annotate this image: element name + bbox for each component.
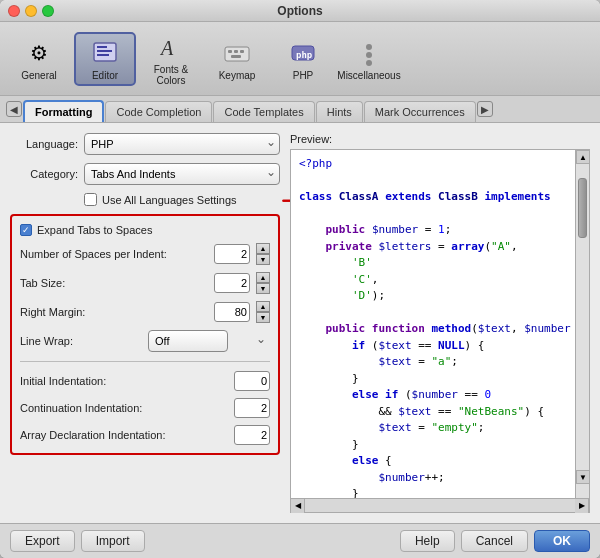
- scroll-thumb[interactable]: [578, 178, 587, 238]
- horizontal-scrollbar[interactable]: ◀ ▶: [290, 499, 590, 513]
- tab-size-input[interactable]: [214, 273, 250, 293]
- keymap-icon: [221, 37, 253, 69]
- code-line-blank2: [299, 206, 567, 223]
- language-label: Language:: [10, 138, 78, 150]
- array-declaration-label: Array Declaration Indentation:: [20, 429, 228, 441]
- code-line-17: $number++;: [299, 470, 567, 487]
- spaces-per-indent-input[interactable]: [214, 244, 250, 264]
- code-line-18: }: [299, 486, 567, 499]
- right-panel: Preview: <?php class ClassA extends Clas…: [290, 133, 590, 513]
- array-declaration-row: Array Declaration Indentation:: [20, 425, 270, 445]
- scroll-left-button[interactable]: ◀: [291, 499, 305, 513]
- tab-code-templates[interactable]: Code Templates: [213, 101, 314, 122]
- scroll-right-button[interactable]: ▶: [575, 499, 589, 513]
- preview-container: <?php class ClassA extends ClassB implem…: [290, 149, 590, 499]
- code-line-blank: [299, 173, 567, 190]
- ok-button[interactable]: OK: [534, 530, 590, 552]
- code-line-12: else if ($number == 0: [299, 387, 567, 404]
- language-select[interactable]: PHP: [84, 133, 280, 155]
- scroll-down-button[interactable]: ▼: [576, 470, 590, 484]
- spaces-per-indent-down[interactable]: ▼: [256, 254, 270, 265]
- toolbar-misc[interactable]: Miscellaneous: [338, 34, 400, 84]
- svg-rect-8: [240, 50, 244, 53]
- code-line-14: $text = "empty";: [299, 420, 567, 437]
- title-bar: Options: [0, 0, 600, 22]
- continuation-indentation-row: Continuation Indentation:: [20, 398, 270, 418]
- right-margin-down[interactable]: ▼: [256, 312, 270, 323]
- svg-text:php: php: [296, 50, 313, 60]
- initial-indentation-input[interactable]: [234, 371, 270, 391]
- main-content: Language: PHP Category: Tabs And Indents: [0, 123, 600, 523]
- import-button[interactable]: Import: [81, 530, 145, 552]
- use-all-languages-checkbox[interactable]: [84, 193, 97, 206]
- initial-indentation-row: Initial Indentation:: [20, 371, 270, 391]
- tab-next-arrow[interactable]: ▶: [477, 101, 493, 117]
- code-line-7: 'D');: [299, 288, 567, 305]
- spaces-per-indent-spinner: ▲ ▼: [256, 243, 270, 265]
- code-line-11: }: [299, 371, 567, 388]
- svg-rect-3: [97, 54, 109, 56]
- svg-rect-6: [228, 50, 232, 53]
- expand-tabs-label: Expand Tabs to Spaces: [37, 224, 152, 236]
- tab-mark-occurrences[interactable]: Mark Occurrences: [364, 101, 476, 122]
- export-button[interactable]: Export: [10, 530, 75, 552]
- svg-point-12: [366, 44, 372, 50]
- separator: [20, 361, 270, 362]
- right-margin-input[interactable]: [214, 302, 250, 322]
- tab-size-down[interactable]: ▼: [256, 283, 270, 294]
- line-wrap-label: Line Wrap:: [20, 335, 142, 347]
- svg-rect-7: [234, 50, 238, 53]
- line-wrap-select-wrapper: Off On: [148, 330, 270, 352]
- right-margin-up[interactable]: ▲: [256, 301, 270, 312]
- tab-size-up[interactable]: ▲: [256, 272, 270, 283]
- maximize-button[interactable]: [42, 5, 54, 17]
- cancel-button[interactable]: Cancel: [461, 530, 528, 552]
- array-declaration-input[interactable]: [234, 425, 270, 445]
- code-line-9: if ($text == NULL) {: [299, 338, 567, 355]
- tab-code-completion[interactable]: Code Completion: [105, 101, 212, 122]
- help-button[interactable]: Help: [400, 530, 455, 552]
- spaces-per-indent-label: Number of Spaces per Indent:: [20, 248, 208, 260]
- toolbar-fonts[interactable]: A Fonts & Colors: [140, 28, 202, 89]
- code-line-5: 'B': [299, 255, 567, 272]
- toolbar: ⚙ General Editor A Fonts & Colors: [0, 22, 600, 96]
- continuation-indentation-input[interactable]: [234, 398, 270, 418]
- toolbar-keymap-label: Keymap: [219, 70, 256, 81]
- right-margin-label: Right Margin:: [20, 306, 208, 318]
- vertical-scrollbar[interactable]: ▲ ▼: [575, 150, 589, 498]
- tab-formatting[interactable]: Formatting: [23, 100, 104, 122]
- toolbar-general[interactable]: ⚙ General: [8, 34, 70, 84]
- toolbar-editor[interactable]: Editor: [74, 32, 136, 86]
- toolbar-php-label: PHP: [293, 70, 314, 81]
- minimize-button[interactable]: [25, 5, 37, 17]
- svg-point-13: [366, 52, 372, 58]
- scroll-up-button[interactable]: ▲: [576, 150, 590, 164]
- code-line-16: else {: [299, 453, 567, 470]
- spaces-per-indent-row: Number of Spaces per Indent: ▲ ▼: [20, 243, 270, 265]
- line-wrap-select[interactable]: Off On: [148, 330, 228, 352]
- close-button[interactable]: [8, 5, 20, 17]
- preview-label: Preview:: [290, 133, 590, 145]
- line-wrap-row: Line Wrap: Off On: [20, 330, 270, 352]
- category-row: Category: Tabs And Indents: [10, 163, 280, 185]
- code-line-13: && $text == "NetBeans") {: [299, 404, 567, 421]
- tab-prev-arrow[interactable]: ◀: [6, 101, 22, 117]
- language-row: Language: PHP: [10, 133, 280, 155]
- toolbar-php[interactable]: php PHP: [272, 34, 334, 84]
- code-line-blank3: [299, 305, 567, 322]
- misc-icon: [353, 37, 385, 69]
- category-select-wrapper: Tabs And Indents: [84, 163, 280, 185]
- category-select[interactable]: Tabs And Indents: [84, 163, 280, 185]
- code-line-8: public function method($text, $number: [299, 321, 567, 338]
- toolbar-keymap[interactable]: Keymap: [206, 34, 268, 84]
- code-line-3: public $number = 1;: [299, 222, 567, 239]
- window-controls: [8, 5, 54, 17]
- tab-hints[interactable]: Hints: [316, 101, 363, 122]
- code-line-6: 'C',: [299, 272, 567, 289]
- window-title: Options: [277, 4, 322, 18]
- expand-tabs-checkbox[interactable]: ✓: [20, 224, 32, 236]
- spaces-per-indent-up[interactable]: ▲: [256, 243, 270, 254]
- expand-tabs-row: ✓ Expand Tabs to Spaces: [20, 224, 270, 236]
- code-line-4: private $letters = array("A",: [299, 239, 567, 256]
- toolbar-general-label: General: [21, 70, 57, 81]
